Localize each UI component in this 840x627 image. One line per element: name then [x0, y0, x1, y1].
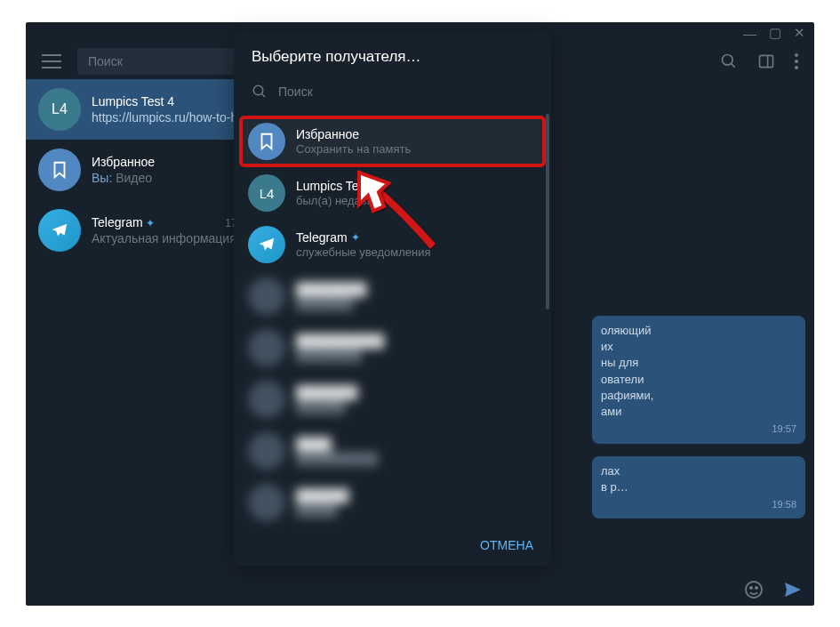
window-minimize-button[interactable]: — [743, 26, 756, 41]
forward-recipient-modal: Выберите получателя… Поиск Избранное Сох… [234, 32, 551, 566]
message-bubble[interactable]: лах в р… 19:58 [592, 456, 805, 519]
svg-point-4 [746, 582, 762, 598]
avatar: L4 [248, 174, 285, 212]
chat-name: Lumpics Test 4 [92, 94, 174, 109]
composer [743, 579, 804, 600]
chat-name: Избранное [92, 155, 155, 169]
recipient-item[interactable]: L4 Lumpics Test 4 был(а) недавно [239, 167, 546, 219]
kebab-menu-icon[interactable] [795, 53, 798, 69]
modal-title: Выберите получателя… [234, 32, 551, 78]
recipient-status: служебные уведомления [296, 245, 431, 259]
emoji-icon[interactable] [743, 579, 764, 600]
search-placeholder: Поиск [88, 54, 123, 68]
bookmark-icon [38, 149, 81, 191]
recipient-item-saved[interactable]: Избранное Сохранить на память [239, 116, 546, 167]
message-bubble[interactable]: оляющий их ны для ователи рафиями, ами 1… [592, 316, 805, 444]
svg-line-1 [732, 64, 735, 68]
hamburger-menu-button[interactable] [42, 54, 61, 68]
modal-search-placeholder: Поиск [278, 84, 313, 99]
bookmark-icon [248, 123, 285, 160]
send-icon[interactable] [782, 579, 804, 600]
svg-line-8 [261, 93, 265, 97]
global-search-input[interactable]: Поиск [77, 48, 251, 75]
recipient-status: был(а) недавно [296, 194, 380, 207]
conversation-area: оляющий их ны для ователи рафиями, ами 1… [592, 316, 805, 531]
verified-badge-icon: ✦ [351, 231, 360, 244]
telegram-icon [38, 209, 81, 252]
chat-name: Telegram ✦ [92, 215, 155, 229]
svg-rect-2 [760, 55, 773, 67]
message-time: 19:58 [601, 498, 796, 511]
window-close-button[interactable]: ✕ [794, 25, 805, 41]
recipient-name: Lumpics Test 4 [296, 179, 380, 193]
recipient-item-blurred[interactable]: ███████████████ [239, 270, 546, 322]
verified-badge-icon: ✦ [146, 217, 155, 229]
svg-point-5 [750, 587, 752, 589]
recipient-name: Избранное [296, 127, 411, 141]
recipient-item-blurred[interactable]: █████████████ [239, 374, 546, 425]
recipient-item-blurred[interactable]: ███████████ [239, 477, 546, 528]
recipient-item[interactable]: Telegram ✦ служебные уведомления [239, 219, 546, 270]
recipient-item-blurred[interactable]: ██████████████████ [239, 322, 546, 374]
svg-point-7 [253, 85, 263, 95]
message-time: 19:57 [601, 422, 796, 436]
scrollbar[interactable] [546, 114, 549, 309]
recipient-name: Telegram ✦ [296, 230, 431, 245]
search-icon [252, 84, 268, 100]
window-maximize-button[interactable]: ▢ [769, 25, 781, 41]
sidebar-toggle-icon[interactable] [757, 52, 775, 70]
svg-point-0 [723, 55, 733, 66]
topbar-actions [720, 52, 798, 70]
modal-search-input[interactable]: Поиск [234, 78, 551, 112]
cancel-button[interactable]: ОТМЕНА [480, 538, 533, 552]
recipient-item-blurred[interactable]: ██████████████ [239, 425, 546, 477]
recipient-status: Сохранить на память [296, 142, 411, 156]
svg-point-6 [756, 587, 757, 589]
search-icon[interactable] [720, 52, 738, 70]
avatar: L4 [38, 88, 81, 131]
telegram-icon [248, 226, 285, 263]
